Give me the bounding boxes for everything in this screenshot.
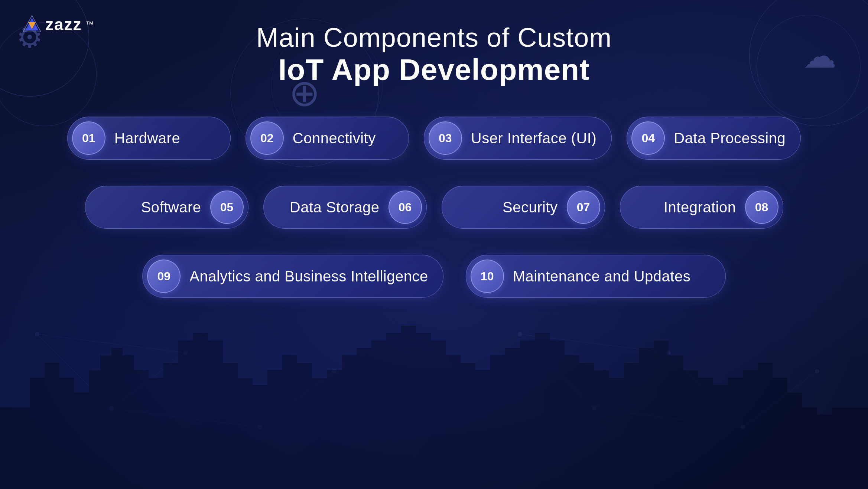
component-pill-02: 02 Connectivity: [246, 117, 409, 160]
number-badge-01: 01: [72, 121, 105, 155]
component-label-01: Hardware: [114, 130, 180, 147]
logo-trademark: ™: [85, 20, 94, 29]
component-pill-07: 07 Security: [442, 186, 605, 229]
number-badge-06: 06: [389, 190, 422, 224]
number-badge-10: 10: [471, 260, 504, 293]
component-label-03: User Interface (UI): [471, 130, 596, 147]
main-content: zazz™ Main Components of Custom IoT App …: [0, 0, 868, 489]
component-pill-05: 05 Software: [85, 186, 248, 229]
zazz-logo-icon: [22, 15, 42, 34]
logo-text: zazz: [45, 15, 82, 34]
component-row-1: 01 Hardware 02 Connectivity 03 User Inte…: [22, 117, 846, 160]
component-label-05: Software: [141, 199, 201, 216]
component-pill-01: 01 Hardware: [67, 117, 231, 160]
number-badge-02: 02: [250, 121, 284, 155]
number-badge-05: 05: [210, 190, 244, 224]
component-pill-09: 09 Analytics and Business Intelligence: [142, 255, 443, 298]
title-line2: IoT App Development: [256, 53, 612, 87]
component-label-08: Integration: [664, 199, 736, 216]
component-row-2: 05 Software 06 Data Storage 07 Security …: [22, 186, 846, 229]
component-row-3: 09 Analytics and Business Intelligence 1…: [22, 255, 846, 298]
components-container: 01 Hardware 02 Connectivity 03 User Inte…: [0, 117, 868, 298]
component-label-10: Maintenance and Updates: [513, 268, 691, 285]
title-line1: Main Components of Custom: [256, 22, 612, 53]
logo-area: zazz™: [22, 15, 94, 34]
number-badge-03: 03: [429, 121, 462, 155]
component-pill-10: 10 Maintenance and Updates: [466, 255, 726, 298]
component-pill-06: 06 Data Storage: [263, 186, 427, 229]
number-badge-08: 08: [745, 190, 778, 224]
component-pill-03: 03 User Interface (UI): [424, 117, 612, 160]
component-label-09: Analytics and Business Intelligence: [189, 268, 428, 285]
component-label-07: Security: [503, 199, 558, 216]
component-label-04: Data Processing: [674, 130, 786, 147]
component-label-06: Data Storage: [290, 199, 380, 216]
number-badge-09: 09: [147, 260, 181, 293]
number-badge-07: 07: [567, 190, 600, 224]
component-pill-04: 04 Data Processing: [627, 117, 801, 160]
title-area: Main Components of Custom IoT App Develo…: [256, 22, 612, 87]
number-badge-04: 04: [631, 121, 665, 155]
component-label-02: Connectivity: [293, 130, 376, 147]
component-pill-08: 08 Integration: [620, 186, 783, 229]
